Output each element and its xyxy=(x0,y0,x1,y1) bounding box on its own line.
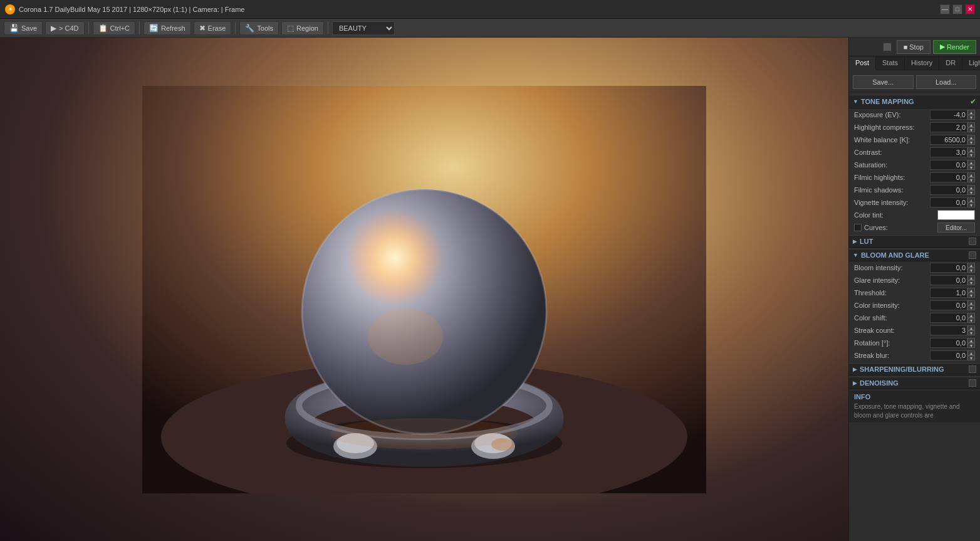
saturation-up[interactable]: ▲ xyxy=(967,160,975,165)
glare-intensity-up[interactable]: ▲ xyxy=(967,275,975,280)
rotation-down[interactable]: ▼ xyxy=(967,343,975,348)
vignette-down[interactable]: ▼ xyxy=(967,202,975,207)
color-shift-down[interactable]: ▼ xyxy=(967,318,975,323)
denoising-checkbox[interactable] xyxy=(969,379,976,387)
refresh-button[interactable]: 🔄 Refresh xyxy=(143,21,191,35)
curves-editor-button[interactable]: Editor... xyxy=(937,223,975,233)
color-intensity-down[interactable]: ▼ xyxy=(967,305,975,310)
color-tint-label: Color tint: xyxy=(854,211,937,219)
highlight-input[interactable] xyxy=(930,122,967,132)
maximize-button[interactable]: □ xyxy=(952,4,962,14)
contrast-label: Contrast: xyxy=(854,149,930,156)
tab-stats[interactable]: Stats xyxy=(876,56,905,70)
curves-label: Curves: xyxy=(864,224,935,231)
color-tint-swatch[interactable] xyxy=(937,210,975,220)
rotation-input[interactable] xyxy=(930,338,967,348)
tab-history[interactable]: History xyxy=(905,56,939,70)
save-button[interactable]: 💾 Save xyxy=(4,21,43,35)
prop-saturation: Saturation: ▲ ▼ xyxy=(849,159,980,171)
panel-content[interactable]: Save... Load... ▼ TONE MAPPING ✔ Exposur… xyxy=(849,70,980,541)
threshold-up[interactable]: ▲ xyxy=(967,288,975,293)
render-button[interactable]: ▶ Render xyxy=(933,40,976,54)
svg-point-15 xyxy=(368,308,443,365)
exposure-input[interactable] xyxy=(930,110,967,120)
streak-count-input[interactable] xyxy=(930,325,967,335)
glare-intensity-down[interactable]: ▼ xyxy=(967,280,975,285)
prop-filmic-shadows: Filmic shadows: ▲ ▼ xyxy=(849,184,980,196)
sharpening-header[interactable]: ▶ SHARPENING/BLURRING xyxy=(849,363,980,376)
tools-button[interactable]: 🔧 Tools xyxy=(239,21,279,35)
filmic-highlights-spinner: ▲ ▼ xyxy=(967,172,975,182)
contrast-input[interactable] xyxy=(930,147,967,157)
contrast-down[interactable]: ▼ xyxy=(967,152,975,157)
color-shift-spinner: ▲ ▼ xyxy=(967,313,975,323)
prop-glare-intensity: Glare intensity: ▲ ▼ xyxy=(849,274,980,286)
glare-intensity-input[interactable] xyxy=(930,275,967,285)
filmic-highlights-up[interactable]: ▲ xyxy=(967,172,975,177)
white-balance-input[interactable] xyxy=(930,135,967,145)
filmic-shadows-down[interactable]: ▼ xyxy=(967,190,975,195)
filmic-highlights-label: Filmic highlights: xyxy=(854,174,930,181)
color-shift-up[interactable]: ▲ xyxy=(967,313,975,318)
streak-blur-input[interactable] xyxy=(930,350,967,360)
saturation-spinner: ▲ ▼ xyxy=(967,160,975,170)
ctrl-c-button[interactable]: 📋 Ctrl+C xyxy=(93,21,135,35)
prop-filmic-highlights: Filmic highlights: ▲ ▼ xyxy=(849,171,980,184)
filmic-highlights-down[interactable]: ▼ xyxy=(967,177,975,182)
bloom-glare-checkbox[interactable] xyxy=(969,251,976,259)
color-intensity-up[interactable]: ▲ xyxy=(967,300,975,305)
white-balance-up[interactable]: ▲ xyxy=(967,135,975,140)
tab-lightmix[interactable]: LightMix xyxy=(962,56,980,70)
threshold-input[interactable] xyxy=(930,288,967,298)
saturation-label: Saturation: xyxy=(854,161,930,169)
toolbar-separator-1 xyxy=(88,22,89,34)
threshold-down[interactable]: ▼ xyxy=(967,293,975,298)
streak-blur-up[interactable]: ▲ xyxy=(967,350,975,355)
highlight-down[interactable]: ▼ xyxy=(967,127,975,132)
highlight-label: Highlight compress: xyxy=(854,123,930,131)
exposure-up[interactable]: ▲ xyxy=(967,110,975,115)
panel-save-button[interactable]: Save... xyxy=(853,75,914,89)
highlight-up[interactable]: ▲ xyxy=(967,122,975,127)
bloom-intensity-down[interactable]: ▼ xyxy=(967,268,975,273)
lut-header[interactable]: ▶ LUT xyxy=(849,235,980,248)
filmic-shadows-up[interactable]: ▲ xyxy=(967,185,975,190)
vignette-up[interactable]: ▲ xyxy=(967,197,975,202)
bloom-intensity-up[interactable]: ▲ xyxy=(967,263,975,268)
beauty-dropdown[interactable]: BEAUTY xyxy=(332,21,395,35)
close-button[interactable]: ✕ xyxy=(965,4,975,14)
vignette-input[interactable] xyxy=(930,197,967,207)
saturation-down[interactable]: ▼ xyxy=(967,165,975,170)
c4d-button[interactable]: ▶ > C4D xyxy=(45,21,85,35)
minimize-button[interactable]: — xyxy=(940,4,950,14)
white-balance-down[interactable]: ▼ xyxy=(967,140,975,145)
tone-mapping-header[interactable]: ▼ TONE MAPPING ✔ xyxy=(849,95,980,108)
contrast-up[interactable]: ▲ xyxy=(967,147,975,152)
erase-button[interactable]: ✖ Erase xyxy=(194,21,232,35)
panel-load-button[interactable]: Load... xyxy=(916,75,977,89)
rotation-up[interactable]: ▲ xyxy=(967,338,975,343)
denoising-header[interactable]: ▶ DENOISING xyxy=(849,377,980,389)
toolbar-separator-4 xyxy=(328,22,328,34)
sharpening-checkbox[interactable] xyxy=(969,365,976,373)
filmic-highlights-input[interactable] xyxy=(930,172,967,182)
color-intensity-input[interactable] xyxy=(930,300,967,310)
streak-count-down[interactable]: ▼ xyxy=(967,330,975,335)
saturation-input[interactable] xyxy=(930,160,967,170)
curves-checkbox[interactable] xyxy=(854,224,862,231)
streak-blur-down[interactable]: ▼ xyxy=(967,355,975,360)
lut-checkbox[interactable] xyxy=(969,238,976,245)
bloom-intensity-input[interactable] xyxy=(930,263,967,273)
color-shift-input[interactable] xyxy=(930,313,967,323)
filmic-shadows-input[interactable] xyxy=(930,185,967,195)
streak-count-up[interactable]: ▲ xyxy=(967,325,975,330)
region-button[interactable]: ⬚ Region xyxy=(281,21,324,35)
exposure-down[interactable]: ▼ xyxy=(967,115,975,120)
tab-dr[interactable]: DR xyxy=(939,56,962,70)
stop-button[interactable]: ■ Stop xyxy=(897,40,930,54)
toolbar-separator-2 xyxy=(139,22,140,34)
bloom-intensity-label: Bloom intensity: xyxy=(854,264,930,271)
bloom-glare-header[interactable]: ▼ BLOOM AND GLARE xyxy=(849,249,980,261)
tab-post[interactable]: Post xyxy=(849,56,876,70)
prop-highlight: Highlight compress: ▲ ▼ xyxy=(849,121,980,134)
